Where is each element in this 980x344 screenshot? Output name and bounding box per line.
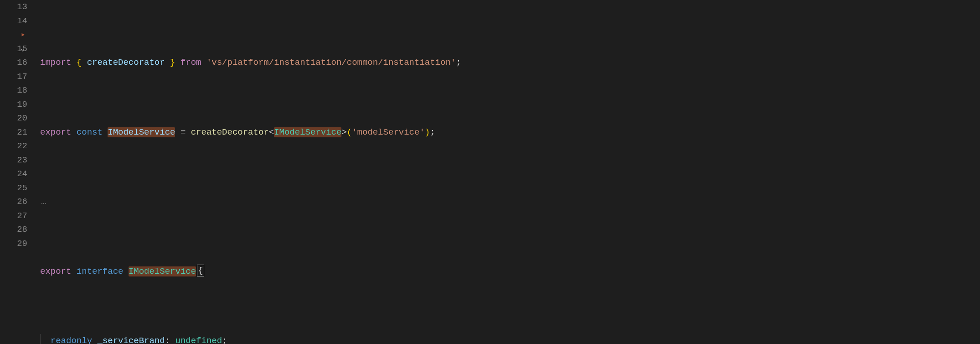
folded-ellipsis[interactable]: … <box>40 195 980 209</box>
cursor-brace: { <box>197 265 204 276</box>
code-content[interactable]: import { createDecorator } from 'vs/plat… <box>40 0 980 344</box>
fold-toggle-icon[interactable]: ⌄ <box>21 46 25 52</box>
paren-close: ) <box>425 127 430 137</box>
space <box>175 57 180 68</box>
line-number: 16 <box>0 56 27 70</box>
space <box>71 57 76 68</box>
space <box>123 266 128 276</box>
line-number: 23 <box>0 153 27 167</box>
keyword-interface: interface <box>77 266 124 276</box>
keyword-const: const <box>77 127 103 137</box>
brace-open: { <box>77 57 82 68</box>
type-highlighted: IModelService <box>129 266 196 276</box>
code-line[interactable]: import { createDecorator } from 'vs/plat… <box>40 56 980 70</box>
brace-close: } <box>170 57 175 68</box>
truncation-arrow-icon: ▶ <box>21 32 25 37</box>
line-number: 13 <box>0 0 27 14</box>
semicolon: ; <box>222 336 227 344</box>
line-number: 27 <box>0 209 27 223</box>
semicolon: ; <box>456 57 461 68</box>
space <box>71 266 76 276</box>
line-number: 29 <box>0 237 27 251</box>
keyword-export: export <box>40 127 71 137</box>
line-number: 24 <box>0 167 27 181</box>
line-number: 17 <box>0 70 27 84</box>
identifier: _serviceBrand <box>97 336 165 344</box>
colon: : <box>165 336 175 344</box>
line-number: 15 ⌄ <box>0 42 27 56</box>
line-number: 25 <box>0 181 27 195</box>
space <box>92 336 97 344</box>
line-number-gutter: 13 14 ▶ 15 ⌄ 16 17 18 19 20 21 22 23 24 … <box>0 0 40 344</box>
line-number: 18 <box>0 83 27 98</box>
function-name: createDecorator <box>191 127 269 137</box>
line-number: 21 <box>0 125 27 140</box>
line-number: 28 <box>0 223 27 237</box>
folded-indicator-row: ▶ <box>0 28 27 42</box>
space <box>165 57 170 68</box>
semicolon: ; <box>430 127 435 137</box>
paren-open: ( <box>347 127 352 137</box>
code-line[interactable]: readonly _serviceBrand: undefined; <box>40 334 980 344</box>
keyword-import: import <box>40 57 71 68</box>
identifier: createDecorator <box>87 57 165 68</box>
type: undefined <box>175 336 222 344</box>
line-number: 19 <box>0 98 27 112</box>
keyword-export: export <box>40 266 71 276</box>
identifier-highlighted: IModelService <box>108 127 175 137</box>
line-number: 22 <box>0 139 27 153</box>
code-line[interactable]: export const IModelService = createDecor… <box>40 125 980 140</box>
space <box>82 57 87 68</box>
equals: = <box>175 127 191 137</box>
indent-guide <box>40 334 41 344</box>
angle-close: > <box>341 127 346 137</box>
angle-open: < <box>269 127 274 137</box>
space <box>201 57 206 68</box>
string-literal: 'vs/platform/instantiation/common/instan… <box>206 57 456 68</box>
line-number: 26 <box>0 195 27 209</box>
code-editor[interactable]: 13 14 ▶ 15 ⌄ 16 17 18 19 20 21 22 23 24 … <box>0 0 980 344</box>
line-number: 14 <box>0 14 27 28</box>
type-highlighted: IModelService <box>274 127 341 137</box>
keyword-readonly: readonly <box>51 336 92 344</box>
code-line[interactable]: export interface IModelService{ <box>40 265 980 279</box>
space <box>71 127 76 137</box>
keyword-from: from <box>181 57 201 68</box>
space <box>103 127 108 137</box>
line-number: 20 <box>0 111 27 125</box>
string-literal: 'modelService' <box>352 127 425 137</box>
